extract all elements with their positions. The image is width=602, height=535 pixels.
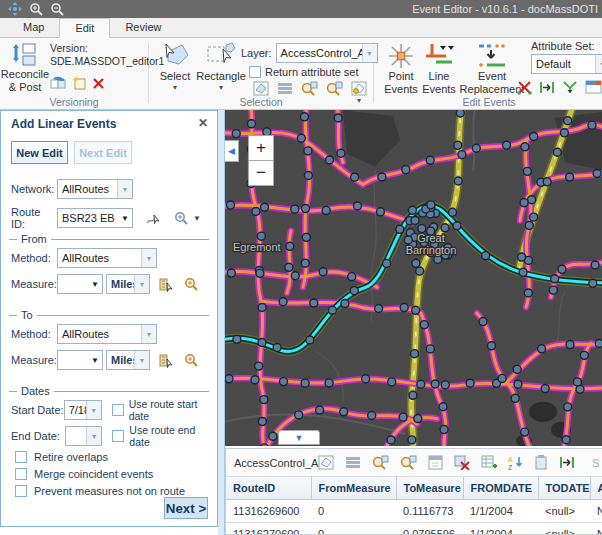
rectangle-tool-label: Rectangle: [196, 70, 246, 83]
save-button-partial[interactable]: S: [592, 457, 599, 469]
to-measure-zoom-icon[interactable]: [184, 353, 199, 368]
option-label-0: Retire overlaps: [34, 451, 108, 463]
reconcile-post-button[interactable]: Reconcile & Post: [2, 42, 48, 93]
attribute-set-label: Attribute Set:: [531, 40, 602, 52]
map-zoom-in-button[interactable]: +: [248, 135, 274, 161]
zoom-to-selection-icon[interactable]: [301, 81, 318, 96]
field-calculator-icon[interactable]: [428, 455, 443, 470]
from-method-combobox[interactable]: AllRoutes ▼: [57, 248, 157, 268]
clear-selection-icon[interactable]: [454, 455, 470, 470]
option-checkbox-0[interactable]: [15, 451, 27, 463]
use-route-start-date-checkbox[interactable]: [112, 404, 124, 416]
show-records-icon[interactable]: [277, 81, 293, 96]
measure-records-icon[interactable]: [559, 455, 575, 470]
end-date-combobox[interactable]: ▼: [65, 426, 102, 446]
copy-records-icon[interactable]: [534, 455, 548, 470]
select-by-polygon-icon[interactable]: [253, 81, 269, 96]
event-replacement-button[interactable]: Event Replacement: [458, 42, 526, 95]
new-version-icon[interactable]: [72, 76, 87, 90]
route-zoom-icon[interactable]: [174, 211, 189, 226]
column-header-FromMeasure[interactable]: FromMeasure: [311, 477, 396, 500]
next-button[interactable]: Next >: [164, 497, 208, 519]
from-unit-combobox[interactable]: Miles ▼: [106, 274, 150, 294]
retire-event-icon[interactable]: [539, 80, 555, 95]
from-measure-pick-icon[interactable]: [159, 277, 174, 292]
add-linear-events-panel: Add Linear Events ✕ New Edit Next Edit N…: [0, 110, 218, 527]
map-canvas[interactable]: Egremont Great Barrington: [225, 110, 602, 446]
start-date-combobox[interactable]: 7/18/ ▼: [64, 400, 102, 420]
next-edit-button[interactable]: Next Edit: [74, 141, 132, 164]
table-cell: <null>: [538, 523, 590, 535]
attribute-window-icon[interactable]: [585, 80, 602, 94]
from-legend: From: [21, 233, 47, 245]
table-select-features-icon[interactable]: [318, 455, 334, 470]
to-unit-combobox[interactable]: Miles ▼: [106, 350, 150, 370]
group-edit-events: Point Events Line Events Event R: [374, 38, 602, 109]
option-checkbox-2[interactable]: [15, 485, 27, 497]
to-method-combobox[interactable]: AllRoutes ▼: [57, 324, 157, 344]
to-measure-combobox[interactable]: ▼: [57, 350, 103, 370]
to-unit-value: Miles: [107, 354, 134, 366]
to-measure-label: Measure:: [11, 354, 57, 366]
return-attribute-set-checkbox[interactable]: [249, 66, 261, 78]
add-records-icon[interactable]: [481, 455, 497, 470]
line-events-label: Line Events: [422, 70, 456, 95]
table-layer-name: AccessControl_A: [234, 457, 318, 469]
merge-event-icon[interactable]: [562, 80, 578, 95]
route-id-combobox[interactable]: BSR23 EB ▼: [57, 208, 133, 228]
use-route-end-date-checkbox[interactable]: [112, 430, 124, 442]
tab-review[interactable]: Review: [110, 18, 176, 38]
new-edit-button[interactable]: New Edit: [11, 141, 68, 164]
rectangle-tool-icon: [206, 42, 236, 70]
table-row[interactable]: 1131627060000.07955961/1/2004<null>N: [226, 523, 602, 535]
panel-option-row: Retire overlaps: [15, 451, 211, 463]
table-zoom-to-selected-icon[interactable]: [372, 455, 389, 470]
layer-combobox[interactable]: AccessControl_A ▼: [276, 43, 378, 63]
network-combobox[interactable]: AllRoutes ▼: [57, 179, 133, 199]
delete-version-icon[interactable]: [93, 78, 104, 89]
to-measure-pick-icon[interactable]: [159, 353, 174, 368]
panel-close-icon[interactable]: ✕: [198, 116, 208, 130]
tab-map[interactable]: Map: [8, 18, 59, 38]
option-checkbox-1[interactable]: [15, 468, 27, 480]
group-selection: Select ▾ Rectangle ▾ Layer: AccessContro…: [149, 38, 373, 109]
column-header-RouteID[interactable]: RouteID: [226, 477, 311, 500]
table-header-row: RouteIDFromMeasureToMeasureFROMDATETODAT…: [226, 477, 602, 500]
column-header-AC[interactable]: AC: [590, 477, 602, 500]
panel-splitter[interactable]: [218, 110, 225, 535]
rectangle-tool-button[interactable]: Rectangle ▾: [197, 42, 245, 92]
use-route-end-date-label: Use route end date: [129, 424, 217, 448]
collapse-table-icon[interactable]: ▼: [278, 430, 320, 445]
point-events-icon: [387, 42, 415, 70]
collapse-panel-icon[interactable]: ◀: [225, 140, 239, 162]
select-route-on-map-icon[interactable]: [145, 211, 161, 226]
column-header-TODATE[interactable]: TODATE: [538, 477, 590, 500]
column-header-FROMDATE[interactable]: FROMDATE: [463, 477, 538, 500]
table-show-selected-icon[interactable]: [345, 455, 361, 470]
tab-edit[interactable]: Edit: [59, 18, 110, 38]
attribute-set-value: Default: [532, 58, 595, 70]
from-measure-zoom-icon[interactable]: [184, 277, 199, 292]
map-view[interactable]: Egremont Great Barrington ◀ + − ▼: [225, 110, 602, 446]
attribute-set-combobox[interactable]: Default ▼: [531, 54, 602, 74]
zoom-out-icon[interactable]: [50, 2, 65, 16]
table-cell: N: [590, 500, 602, 523]
select-tool-button[interactable]: Select ▾: [153, 42, 197, 92]
table-pan-to-selected-icon[interactable]: [400, 455, 417, 470]
svg-text:A: A: [508, 456, 513, 463]
sort-icon[interactable]: A Z: [508, 455, 523, 470]
pan-icon[interactable]: [7, 2, 23, 16]
line-events-button[interactable]: Line Events: [422, 42, 456, 95]
map-zoom-out-button[interactable]: −: [248, 160, 274, 186]
zoom-in-icon[interactable]: [29, 2, 44, 16]
end-date-label: End Date:: [11, 430, 65, 442]
pan-to-selection-icon[interactable]: [326, 81, 343, 96]
column-header-ToMeasure[interactable]: ToMeasure: [396, 477, 463, 500]
from-measure-combobox[interactable]: ▼: [57, 274, 103, 294]
reconcile-post-icon: [11, 42, 39, 68]
route-zoom-caret[interactable]: ▼: [193, 214, 201, 223]
split-event-icon[interactable]: [517, 80, 532, 95]
change-version-icon[interactable]: [50, 76, 66, 90]
point-events-button[interactable]: Point Events: [382, 42, 420, 95]
table-row[interactable]: 1131626960000.11167731/1/2004<null>N: [226, 500, 602, 523]
